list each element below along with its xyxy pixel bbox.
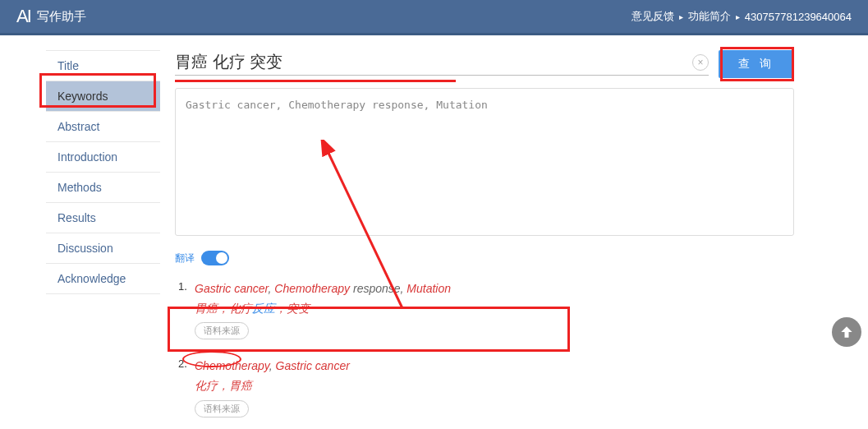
arrow-up-icon xyxy=(838,324,855,340)
source-button[interactable]: 语料来源 xyxy=(195,400,249,417)
result-english[interactable]: Gastric cancer, Chemotherapy response, M… xyxy=(195,280,794,298)
toggle-knob xyxy=(216,252,227,264)
search-row: × 查 询 xyxy=(175,50,794,78)
result-item: 2.Chemotherapy, Gastric cancer化疗，胃癌语料来源 xyxy=(178,358,794,417)
nav-sep: ▸ xyxy=(736,12,740,21)
sidebar-item-acknowledge[interactable]: Acknowledge xyxy=(46,264,160,294)
sidebar-item-abstract[interactable]: Abstract xyxy=(46,112,160,142)
query-button[interactable]: 查 询 xyxy=(719,50,794,78)
result-english[interactable]: Chemotherapy, Gastric cancer xyxy=(195,358,794,375)
nav-features[interactable]: 功能简介 xyxy=(688,9,731,24)
header: AI 写作助手 意见反馈 ▸ 功能简介 ▸ 430757781239640064 xyxy=(0,0,868,33)
translate-toggle[interactable] xyxy=(201,251,229,265)
nav-feedback[interactable]: 意见反馈 xyxy=(631,9,674,24)
logo-subtitle: 写作助手 xyxy=(37,9,86,25)
main-panel: × 查 询 翻译 1.Gastric cancer, Chemotherapy … xyxy=(160,35,868,429)
result-item: 1.Gastric cancer, Chemotherapy response,… xyxy=(178,280,794,339)
results-list: 1.Gastric cancer, Chemotherapy response,… xyxy=(175,280,794,417)
sidebar-item-discussion[interactable]: Discussion xyxy=(46,233,160,264)
sidebar-item-introduction[interactable]: Introduction xyxy=(46,142,160,173)
scroll-top-button[interactable] xyxy=(832,317,861,347)
result-chinese[interactable]: 胃癌，化疗反应，突变 xyxy=(195,299,794,317)
translate-row: 翻译 xyxy=(175,251,794,265)
output-textarea[interactable] xyxy=(175,88,794,236)
nav-sep: ▸ xyxy=(679,12,683,21)
sidebar-item-results[interactable]: Results xyxy=(46,203,160,233)
clear-icon[interactable]: × xyxy=(692,54,709,71)
nav-user-id[interactable]: 430757781239640064 xyxy=(745,11,852,23)
result-number: 2. xyxy=(178,358,187,370)
logo-area: AI 写作助手 xyxy=(16,6,86,27)
result-chinese[interactable]: 化疗，胃癌 xyxy=(195,376,794,394)
sidebar: TitleKeywordsAbstractIntroductionMethods… xyxy=(0,35,160,429)
header-nav: 意见反馈 ▸ 功能简介 ▸ 430757781239640064 xyxy=(631,9,852,24)
sidebar-item-keywords[interactable]: Keywords xyxy=(46,81,160,112)
result-number: 1. xyxy=(178,280,187,293)
search-box: × xyxy=(175,53,709,76)
translate-label: 翻译 xyxy=(175,251,195,265)
search-input[interactable] xyxy=(175,53,692,72)
sidebar-item-methods[interactable]: Methods xyxy=(46,173,160,203)
logo-text: AI xyxy=(16,6,30,27)
source-button[interactable]: 语料来源 xyxy=(195,322,249,339)
sidebar-item-title[interactable]: Title xyxy=(46,50,160,81)
